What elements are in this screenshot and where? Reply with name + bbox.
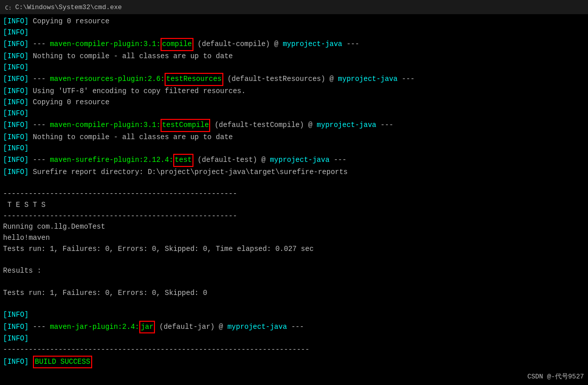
line-jar: [INFO] --- maven-jar-plugin:2.4:jar (def… — [3, 321, 585, 334]
build-success-text: BUILD SUCCESS — [33, 356, 92, 369]
line-11: [INFO] Nothing to compile - all classes … — [3, 132, 585, 143]
separator-3: ----------------------------------------… — [3, 345, 585, 356]
separator-2: ----------------------------------------… — [3, 211, 585, 222]
build-success-line: [INFO] BUILD SUCCESS — [3, 356, 585, 369]
running-line: Running com.llg.DemoTest — [3, 222, 585, 233]
window-title: C:\Windows\System32\cmd.exe — [15, 4, 122, 11]
tests-run-1: Tests run: 1, Failures: 0, Errors: 0, Sk… — [3, 244, 585, 255]
watermark: CSDN @-代号9527 — [527, 372, 584, 381]
line-blank-4 — [3, 298, 585, 310]
svg-text:C:\: C:\ — [5, 5, 12, 11]
line-info-2: [INFO] — [3, 333, 585, 345]
line-4: [INFO] Nothing to compile - all classes … — [3, 51, 585, 62]
tests-header: T E S T S — [3, 200, 585, 211]
terminal-body: [INFO] Copying 0 resource [INFO] [INFO] … — [0, 14, 588, 385]
line-5: [INFO] — [3, 62, 585, 73]
line-blank-3 — [3, 277, 585, 288]
line-3: [INFO] --- maven-compiler-plugin:3.1:com… — [3, 38, 585, 51]
line-6: [INFO] --- maven-resources-plugin:2.6:te… — [3, 73, 585, 86]
line-blank-1 — [3, 178, 585, 189]
tests-run-summary: Tests run: 1, Failures: 0, Errors: 0, Sk… — [3, 288, 585, 299]
line-13: [INFO] --- maven-surefire-plugin:2.12.4:… — [3, 154, 585, 167]
line-info-1: [INFO] — [3, 310, 585, 321]
line-8: [INFO] Copying 0 resource — [3, 97, 585, 108]
info-tag: [INFO] — [3, 16, 28, 27]
line-9: [INFO] — [3, 108, 585, 119]
line-10: [INFO] --- maven-compiler-plugin:3.1:tes… — [3, 119, 585, 132]
cmd-icon: C:\ — [4, 3, 12, 11]
line-14: [INFO] Surefire report directory: D:\pro… — [3, 167, 585, 178]
line-12: [INFO] — [3, 143, 585, 154]
line-blank-2 — [3, 254, 585, 266]
line-2: [INFO] — [3, 27, 585, 38]
title-bar: C:\ C:\Windows\System32\cmd.exe — [0, 0, 588, 14]
results-label: Results : — [3, 266, 585, 277]
separator-1: ----------------------------------------… — [3, 189, 585, 200]
hello-line: hello!maven — [3, 233, 585, 244]
line-7: [INFO] Using 'UTF-8' encoding to copy fi… — [3, 86, 585, 97]
line-1: [INFO] Copying 0 resource — [3, 16, 585, 27]
